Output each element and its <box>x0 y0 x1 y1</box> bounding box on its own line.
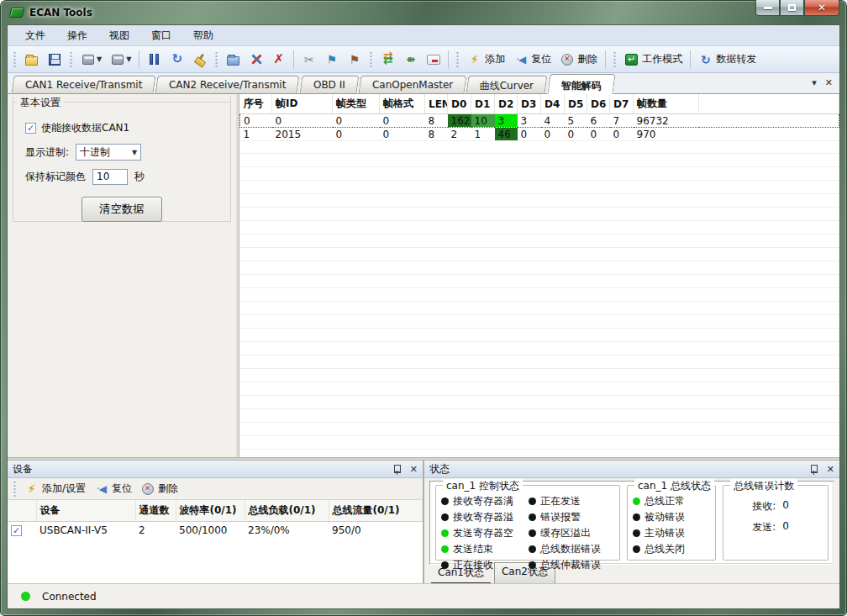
device-reset-button[interactable]: 复位 <box>91 479 135 498</box>
device-name: USBCAN-II-V5 <box>36 522 135 540</box>
status-lamp-item: 总线关闭 <box>633 542 710 556</box>
status-body: can_1 控制状态 接收寄存器满接收寄存器溢发送寄存器空发送结束正在接收 正在… <box>429 481 834 565</box>
device-load: 23%/0% <box>245 522 329 540</box>
status-dot-icon <box>633 513 640 521</box>
enable-receive-label: 使能接收数据CAN1 <box>41 121 129 135</box>
tab-obd2[interactable]: OBD II <box>299 76 359 93</box>
close-icon[interactable]: ✕ <box>827 464 834 475</box>
device-connect-button[interactable]: ▼ <box>77 50 105 69</box>
radix-label: 显示进制: <box>25 145 69 160</box>
device-table-header[interactable]: 设备 通道数 波特率(0/1) 总线负载(0/1) 总线流量(0/1) <box>8 500 423 522</box>
open-file-button[interactable] <box>21 50 42 69</box>
table-row[interactable]: 00 00 8 162 10 3 34 56 796732 <box>240 114 839 128</box>
reset-button[interactable]: 复位 <box>510 50 555 69</box>
title-bar[interactable]: ECAN Tools ✕ <box>0 0 847 24</box>
device-row[interactable]: ✓ USBCAN-II-V5 2 500/1000 23%/0% 950/0 <box>8 522 423 540</box>
clear-screen-button[interactable] <box>189 50 210 69</box>
toolbar-grip <box>455 51 460 68</box>
enable-receive-checkbox[interactable]: ✓ <box>25 123 36 134</box>
device-table: 设备 通道数 波特率(0/1) 总线负载(0/1) 总线流量(0/1) ✓ US… <box>8 500 423 539</box>
tools-button[interactable] <box>245 50 266 69</box>
usb-icon: ⇻ <box>403 52 418 66</box>
status-dot-icon <box>633 545 640 553</box>
close-button[interactable]: ✕ <box>804 0 839 16</box>
status-dot-icon <box>529 513 536 521</box>
tab-can1-receive-transmit[interactable]: CAN1 Receive/Transmit <box>12 76 156 93</box>
menu-file[interactable]: 文件 <box>14 25 56 46</box>
data-cell-highlighted: 10 <box>471 114 495 128</box>
device-search-icon <box>110 52 124 66</box>
status-lamp-item: 接收寄存器溢 <box>441 510 527 524</box>
swap-channels-button[interactable]: ⇄ <box>377 50 398 69</box>
save-file-button[interactable] <box>44 50 65 69</box>
table-row[interactable]: 12015 00 82 1 46 00 00 0970 <box>240 128 839 141</box>
folder-edit-icon <box>226 52 240 66</box>
save-icon <box>47 52 61 66</box>
device-channels: 2 <box>135 522 176 540</box>
toolbar-grip <box>69 51 73 68</box>
device-delete-button[interactable]: ✕删除 <box>137 479 182 498</box>
tab-can2-receive-transmit[interactable]: CAN2 Receive/Transmit <box>155 76 300 93</box>
pin-icon[interactable] <box>809 464 818 475</box>
rx-count-label: 接收: <box>732 499 776 513</box>
device-enable-checkbox[interactable]: ✓ <box>11 525 22 536</box>
pin-icon[interactable] <box>392 464 402 475</box>
restore-button[interactable] <box>780 0 804 16</box>
add-frame-button[interactable]: ⚡添加 <box>464 50 508 69</box>
tab-list-dropdown-icon[interactable]: ▾ <box>812 77 817 88</box>
tab-curver[interactable]: 曲线Curver <box>466 76 548 93</box>
tools-icon <box>249 52 263 66</box>
chevron-down-icon: ▼ <box>126 55 131 63</box>
toolbar-grip <box>13 481 17 498</box>
delete-button[interactable]: ✕删除 <box>556 50 601 69</box>
frame-table-header[interactable]: 序号帧ID 帧类型帧格式 LEND0 D1D2 D3D4 D5D6 D7帧数量 <box>240 94 839 114</box>
forward-arrows-icon: ↻ <box>698 52 713 66</box>
status-lamp-item: 总线数据错误 <box>529 542 614 556</box>
status-lamp-item: 被动错误 <box>633 510 710 524</box>
refresh-button[interactable]: ↻ <box>166 50 187 69</box>
menu-help[interactable]: 帮助 <box>182 25 224 46</box>
remove-button[interactable]: ✗ <box>268 50 289 69</box>
status-lamp-item: 总线仲裁错误 <box>529 558 614 572</box>
menu-bar: 文件 操作 视图 窗口 帮助 <box>8 25 839 46</box>
chevron-down-icon: ▼ <box>132 149 137 156</box>
work-mode-icon: ↵ <box>624 52 639 66</box>
reset-arrow-icon <box>94 482 108 496</box>
menu-window[interactable]: 窗口 <box>140 25 182 46</box>
mark-flag-button[interactable]: ⚑ <box>344 50 365 69</box>
status-dot-icon <box>441 561 449 569</box>
broom-icon <box>192 52 207 66</box>
run-flag-button[interactable]: ⚑ <box>321 50 342 69</box>
clear-data-button[interactable]: 清空数据 <box>82 197 161 222</box>
status-panel: 状态 ✕ can_1 控制状态 接收寄存器满接收寄存器溢发送寄存器空发送结束正在… <box>424 461 839 583</box>
device-add-setup-button[interactable]: ⚡添加/设置 <box>21 479 89 498</box>
edit-frame-button[interactable] <box>223 50 244 69</box>
tab-canopenmaster[interactable]: CanOpenMaster <box>358 76 466 93</box>
delete-circle-icon: ✕ <box>560 52 574 66</box>
tab-smart-decode[interactable]: 智能解码 <box>547 74 615 94</box>
group-title: 基本设置 <box>17 96 64 110</box>
app-window: ECAN Tools ✕ 文件 操作 视图 窗口 帮助 ▼ ▼ ↻ <box>0 0 847 616</box>
keep-color-input[interactable]: 10 <box>92 169 128 185</box>
connection-dot-icon <box>21 592 30 601</box>
menu-view[interactable]: 视图 <box>98 25 140 46</box>
status-dot-icon <box>529 545 536 553</box>
hide-window-button[interactable] <box>423 50 444 69</box>
status-dot-icon <box>529 561 536 569</box>
usb-button[interactable]: ⇻ <box>400 50 421 69</box>
device-scan-button[interactable]: ▼ <box>107 50 134 69</box>
data-forward-button[interactable]: ↻数据转发 <box>695 50 760 69</box>
close-icon[interactable]: ✕ <box>410 464 418 475</box>
hide-window-icon <box>426 52 440 66</box>
radix-select[interactable]: 十进制 ▼ <box>76 144 141 161</box>
rx-count-value: 0 <box>782 499 789 513</box>
pause-button[interactable] <box>144 50 165 69</box>
cut-button[interactable]: ✂ <box>298 50 319 69</box>
minimize-button[interactable] <box>755 0 780 16</box>
lightning-icon: ⚡ <box>467 52 481 66</box>
tab-close-icon[interactable]: ✕ <box>825 77 833 88</box>
status-lamp-item: 错误报警 <box>529 510 614 524</box>
flag-green-icon: ⚑ <box>324 52 339 66</box>
menu-operate[interactable]: 操作 <box>56 25 98 46</box>
work-mode-button[interactable]: ↵工作模式 <box>621 50 686 69</box>
